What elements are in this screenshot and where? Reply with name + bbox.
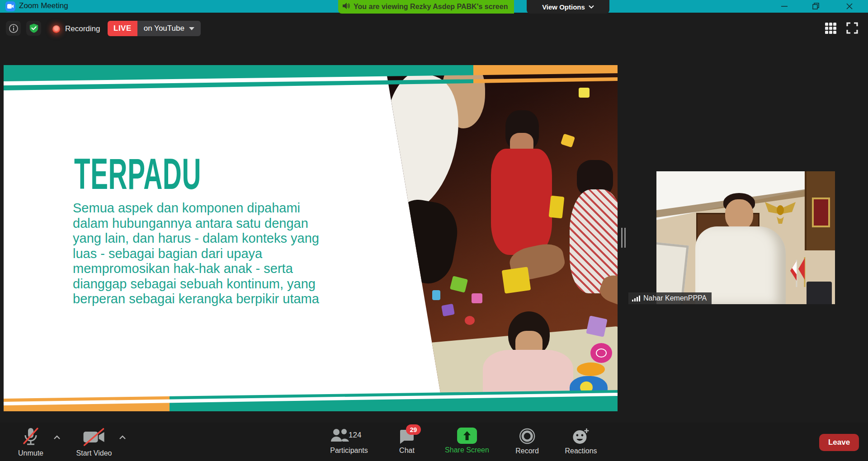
control-bar: Unmute Start Video 124 Participants <box>0 423 868 461</box>
participant-video-thumbnail <box>656 171 835 304</box>
caret-down-icon <box>189 27 194 30</box>
share-screen-icon <box>457 428 477 444</box>
gallery-view-button[interactable] <box>824 22 837 34</box>
audio-options-chevron[interactable] <box>53 433 61 442</box>
view-options-button[interactable]: View Options <box>527 0 609 14</box>
slide-bottom-band <box>4 388 618 411</box>
record-button[interactable]: Record <box>515 428 539 455</box>
slide-body-text: Semua aspek dan komponen dipahami dalam … <box>73 201 353 307</box>
fullscreen-icon <box>846 22 858 34</box>
share-screen-button[interactable]: Share Screen <box>445 428 489 454</box>
participants-button[interactable]: 124 Participants <box>329 428 369 455</box>
video-desk-device <box>807 282 832 304</box>
minimize-button[interactable] <box>774 0 795 13</box>
shared-screen-slide: TERPADU Semua aspek dan komponen dipaham… <box>4 65 618 411</box>
unmute-button[interactable]: Unmute <box>18 427 43 457</box>
slide-top-band <box>4 65 618 97</box>
recording-label: Recording <box>65 24 100 33</box>
chevron-down-icon <box>589 5 594 9</box>
zoom-app-icon <box>5 1 15 11</box>
connection-signal-icon <box>632 295 640 301</box>
info-icon <box>9 24 19 33</box>
speaker-icon <box>343 2 350 11</box>
fullscreen-button[interactable] <box>845 22 859 34</box>
participants-count: 124 <box>349 431 361 440</box>
camera-off-icon <box>81 427 107 447</box>
security-shield-icon <box>29 23 39 33</box>
slide-heading: TERPADU <box>74 152 201 196</box>
banner-message: You are viewing Rezky Asdep PABK's scree… <box>354 3 508 11</box>
video-person-face <box>725 199 753 230</box>
chat-unread-badge: 29 <box>406 424 421 435</box>
restore-button[interactable] <box>806 0 826 13</box>
security-button[interactable] <box>26 21 41 36</box>
panel-resize-handle[interactable] <box>621 228 626 248</box>
reactions-button[interactable]: Reactions <box>565 428 597 455</box>
grid-icon <box>825 23 836 34</box>
record-icon <box>519 428 536 445</box>
live-destination-dropdown[interactable]: on YouTube <box>137 21 201 36</box>
video-photo-frame <box>812 198 830 227</box>
live-stream-pill[interactable]: LIVE on YouTube <box>108 21 201 36</box>
garuda-emblem <box>763 198 797 226</box>
leave-button[interactable]: Leave <box>819 434 859 451</box>
recording-indicator-icon <box>52 25 60 33</box>
participants-icon <box>330 428 349 443</box>
close-button[interactable] <box>839 0 860 13</box>
window-title: Zoom Meeting <box>19 1 68 10</box>
start-video-button[interactable]: Start Video <box>76 427 112 457</box>
video-options-chevron[interactable] <box>119 433 126 442</box>
reactions-smiley-icon <box>572 428 590 445</box>
photo-children-playing <box>374 65 618 411</box>
chat-button[interactable]: 29 Chat <box>398 428 416 455</box>
microphone-muted-icon <box>22 427 40 447</box>
live-badge: LIVE <box>108 21 137 36</box>
meeting-info-button[interactable] <box>6 21 21 36</box>
participant-name-label: Nahar KemenPPPA <box>628 292 712 304</box>
screen-share-banner: You are viewing Rezky Asdep PABK's scree… <box>338 0 514 14</box>
